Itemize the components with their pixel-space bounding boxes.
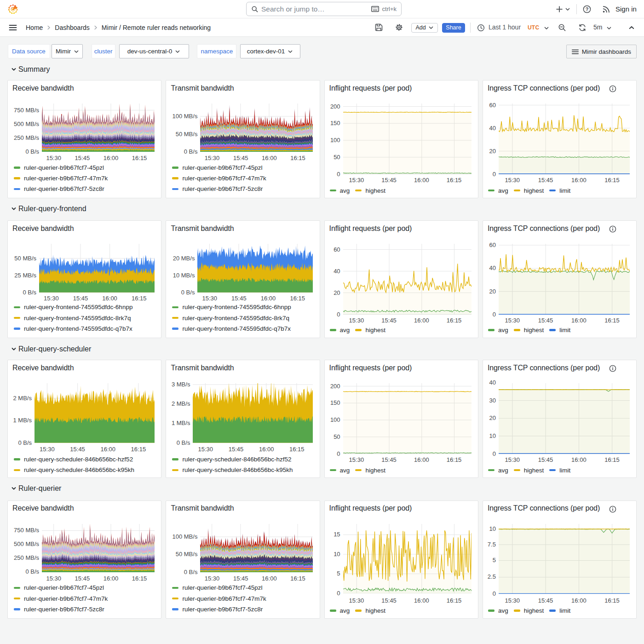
svg-text:?: ? — [586, 6, 589, 12]
